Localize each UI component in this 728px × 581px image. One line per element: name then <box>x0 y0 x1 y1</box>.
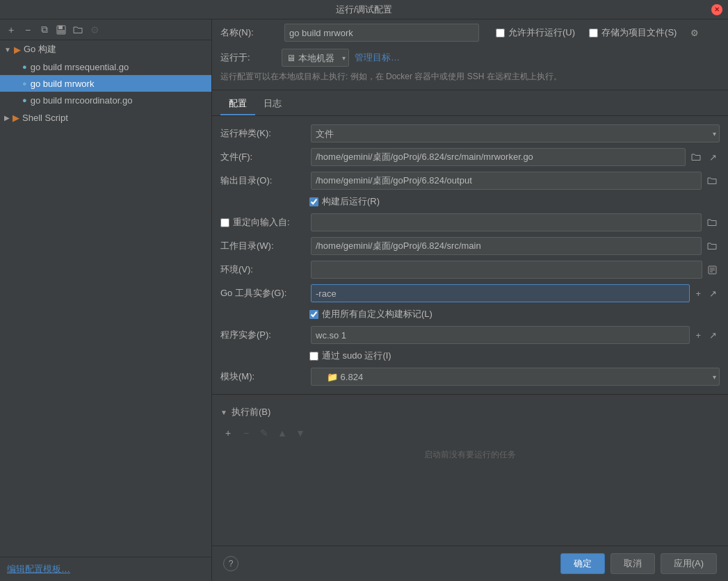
sidebar-item-mrsequential[interactable]: ● go build mrsequential.go <box>0 58 211 75</box>
remove-config-button[interactable]: − <box>21 23 35 37</box>
redirect-input-checkbox-label[interactable]: 重定向输入自: <box>220 216 311 229</box>
sidebar-toolbar: + − ⧉ ⚙ <box>0 19 211 40</box>
pre-task-down-button: ▼ <box>293 425 308 441</box>
sudo-row: 通过 sudo 运行(I) <box>212 347 728 365</box>
settings-config-button: ⚙ <box>88 23 102 37</box>
sidebar-item-label-1: go build mrsequential.go <box>31 62 129 72</box>
output-dir-row: 输出目录(O): <box>212 169 728 193</box>
go-build-group: ▼ ▶ Go 构建 ● go build mrsequential.go ● g… <box>0 40 211 108</box>
allow-parallel-checkbox[interactable] <box>496 28 505 38</box>
go-tool-args-row: Go 工具实参(G): + ↗ <box>212 281 728 305</box>
file-row: 文件(F): ↗ <box>212 145 728 169</box>
run-on-select-wrapper: 🖥 本地机器 <box>282 49 349 67</box>
redirect-input-input[interactable] <box>311 213 702 231</box>
allow-parallel-checkbox-label[interactable]: 允许并行运行(U) <box>496 26 575 39</box>
name-label: 名称(N): <box>220 26 276 39</box>
tab-log[interactable]: 日志 <box>255 93 290 115</box>
env-input-wrapper <box>311 261 720 279</box>
go-build-label: Go 构建 <box>24 43 56 56</box>
pre-task-arrow[interactable]: ▼ <box>220 409 227 416</box>
apply-button[interactable]: 应用(A) <box>661 553 717 574</box>
run-on-select[interactable]: 🖥 本地机器 <box>282 49 349 67</box>
sidebar: + − ⧉ ⚙ ▼ ▶ Go 构建 <box>0 19 212 581</box>
env-label: 环境(V): <box>220 263 311 276</box>
build-run-checkbox[interactable] <box>309 197 318 206</box>
module-select[interactable]: 📁 6.824 <box>311 368 720 386</box>
run-type-row: 运行种类(K): 文件 <box>212 122 728 145</box>
save-to-file-checkbox[interactable] <box>589 28 598 38</box>
env-edit-button[interactable] <box>705 261 720 278</box>
go-build-group-header[interactable]: ▼ ▶ Go 构建 <box>0 40 211 58</box>
folder-config-button[interactable] <box>71 23 85 37</box>
file-input[interactable] <box>311 148 686 166</box>
run-type-select[interactable]: 文件 <box>311 124 720 142</box>
module-label: 模块(M): <box>220 370 311 383</box>
work-dir-input[interactable] <box>311 237 702 255</box>
divider-2 <box>212 394 728 395</box>
program-args-input[interactable] <box>311 326 690 344</box>
program-args-row: 程序实参(P): + ↗ <box>212 323 728 347</box>
program-args-label: 程序实参(P): <box>220 329 311 341</box>
work-dir-folder-button[interactable] <box>704 238 720 254</box>
divider-1 <box>212 90 728 90</box>
program-args-expand-button[interactable]: ↗ <box>706 327 720 343</box>
pre-task-edit-button: ✎ <box>257 425 272 441</box>
go-tool-args-add-button[interactable]: + <box>693 285 704 302</box>
sudo-label: 通过 sudo 运行(I) <box>322 350 391 362</box>
redirect-input-folder-button[interactable] <box>704 214 720 231</box>
tab-config[interactable]: 配置 <box>220 93 255 115</box>
pre-task-title: 执行前(B) <box>232 406 270 418</box>
sudo-checkbox-label[interactable]: 通过 sudo 运行(I) <box>309 350 391 362</box>
go-tool-args-expand-button[interactable]: ↗ <box>706 285 720 302</box>
redirect-input-label: 重定向输入自: <box>233 216 290 229</box>
file-input-wrapper: ↗ <box>311 148 720 166</box>
output-dir-input[interactable] <box>311 172 702 190</box>
add-config-button[interactable]: + <box>4 23 18 37</box>
config-area: 运行种类(K): 文件 文件(F): <box>212 116 728 546</box>
close-button[interactable]: ✕ <box>711 4 722 15</box>
save-settings-icon[interactable]: ⚙ <box>690 28 699 38</box>
save-to-file-checkbox-label[interactable]: 存储为项目文件(S) <box>589 26 677 39</box>
output-dir-folder-button[interactable] <box>704 172 720 189</box>
allow-parallel-label: 允许并行运行(U) <box>508 26 575 39</box>
copy-config-button[interactable]: ⧉ <box>38 23 51 37</box>
go-tool-args-input[interactable] <box>311 284 690 302</box>
work-dir-label: 工作目录(W): <box>220 240 311 252</box>
sidebar-item-label-3: go build mrcoordinator.go <box>31 95 133 106</box>
run-type-select-wrapper: 文件 <box>311 124 720 142</box>
work-dir-row: 工作目录(W): <box>212 234 728 258</box>
sidebar-item-mrwork[interactable]: ● go build mrwork <box>0 75 211 92</box>
work-dir-input-wrapper <box>311 237 720 255</box>
save-config-button[interactable] <box>54 23 68 37</box>
shell-script-group-header[interactable]: ▶ ▶ Shell Script <box>0 108 211 126</box>
right-panel: 名称(N): 允许并行运行(U) 存储为项目文件(S) ⚙ 运行于: 🖥 本地机… <box>212 19 728 581</box>
help-button[interactable]: ? <box>223 556 238 571</box>
go-build-icon: ▶ <box>14 44 21 55</box>
info-text: 运行配置可以在本地或目标上执行: 例如，在 Docker 容器中或使用 SSH … <box>212 69 728 87</box>
pre-task-add-button[interactable]: + <box>220 425 236 441</box>
build-run-checkbox-label[interactable]: 构建后运行(R) <box>309 195 380 208</box>
program-args-add-button[interactable]: + <box>693 327 704 343</box>
bottom-bar: ? 确定 取消 应用(A) <box>212 546 728 581</box>
redirect-input-wrapper <box>311 213 720 231</box>
pre-task-toolbar: + − ✎ ▲ ▼ <box>212 424 728 442</box>
sidebar-item-mrcoordinator[interactable]: ● go build mrcoordinator.go <box>0 92 211 108</box>
file-folder-button[interactable] <box>688 149 704 165</box>
cancel-button[interactable]: 取消 <box>610 553 655 574</box>
module-input-wrapper: 📁 6.824 <box>311 368 720 386</box>
use-custom-tags-checkbox-label[interactable]: 使用所有自定义构建标记(L) <box>309 308 432 320</box>
use-custom-tags-checkbox[interactable] <box>309 310 318 319</box>
edit-templates-link[interactable]: 编辑配置模板… <box>0 557 211 581</box>
pre-task-empty: 启动前没有要运行的任务 <box>212 442 728 468</box>
run-on-row: 运行于: 🖥 本地机器 管理目标… <box>212 46 728 69</box>
ok-button[interactable]: 确定 <box>560 553 605 574</box>
env-input[interactable] <box>311 261 702 279</box>
output-dir-label: 输出目录(O): <box>220 174 311 187</box>
name-input[interactable] <box>284 24 479 42</box>
go-file-icon-2: ● <box>22 79 27 88</box>
redirect-input-checkbox[interactable] <box>220 218 229 227</box>
manage-targets-link[interactable]: 管理目标… <box>355 51 400 64</box>
sudo-checkbox[interactable] <box>309 352 318 361</box>
env-row: 环境(V): <box>212 258 728 281</box>
file-expand-button[interactable]: ↗ <box>706 149 720 165</box>
